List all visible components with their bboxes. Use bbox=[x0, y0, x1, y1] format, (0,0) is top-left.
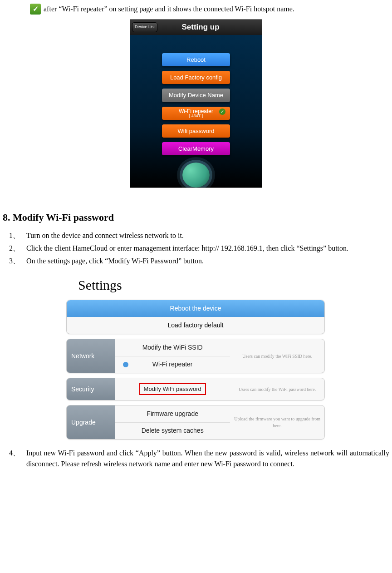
check-icon: ✓ bbox=[30, 4, 41, 15]
step-number: 4、 bbox=[9, 448, 26, 469]
dot-icon bbox=[123, 362, 128, 367]
step-text: Turn on the device and connect wireless … bbox=[26, 230, 389, 241]
reboot-button[interactable]: Reboot bbox=[162, 53, 230, 66]
wifi-repeater-sub: [ 434T ] bbox=[189, 114, 203, 118]
security-label: Security bbox=[67, 378, 115, 400]
network-group: Network Modify the WiFi SSID Wi-Fi repea… bbox=[66, 339, 325, 373]
network-hint: Users can modify the WiFi SSID here. bbox=[230, 339, 324, 373]
phone-screenshot: Device List Setting up Reboot Load Facto… bbox=[130, 19, 262, 188]
upgrade-group: Upgrade Firmware upgrade Delete system c… bbox=[66, 405, 325, 440]
security-hint: Users can modify the WiFi password here. bbox=[230, 378, 324, 400]
firmware-upgrade-button[interactable]: Firmware upgrade bbox=[115, 405, 230, 422]
step-text: Click the client HameCloud or enter mana… bbox=[26, 243, 389, 254]
phone-title: Setting up bbox=[139, 21, 262, 33]
step-2: 2、 Click the client HameCloud or enter m… bbox=[9, 243, 389, 254]
step-3: 3、 On the settings page, click “Modify W… bbox=[9, 256, 389, 267]
settings-top-group: Reboot the device Load factory default bbox=[66, 300, 325, 334]
upgrade-label: Upgrade bbox=[67, 405, 115, 439]
wifi-repeater-label: Wi-Fi repeater bbox=[179, 109, 213, 114]
steps-list: 1、 Turn on the device and connect wirele… bbox=[9, 230, 389, 267]
reboot-device-button[interactable]: Reboot the device bbox=[67, 300, 324, 317]
wifi-repeater-button[interactable]: Wi-Fi repeater [ 434T ] ✓ bbox=[162, 107, 230, 120]
wifi-repeater-label: Wi-Fi repeater bbox=[152, 360, 193, 369]
phone-titlebar: Device List Setting up bbox=[130, 20, 262, 35]
step-number: 1、 bbox=[9, 230, 26, 241]
settings-header: Settings bbox=[78, 275, 325, 295]
modify-device-name-button[interactable]: Modify Device Name bbox=[162, 89, 230, 102]
intro-line: ✓ after “Wi-Fi repeater” on setting page… bbox=[30, 4, 389, 15]
step-number: 3、 bbox=[9, 256, 26, 267]
modify-wifi-password-button[interactable]: Modify WiFi password bbox=[115, 378, 230, 400]
wifi-repeater-row[interactable]: Wi-Fi repeater bbox=[115, 356, 230, 373]
network-label: Network bbox=[67, 339, 115, 373]
delete-caches-button[interactable]: Delete system caches bbox=[115, 422, 230, 440]
step-number: 2、 bbox=[9, 243, 26, 254]
phone-body: Reboot Load Factory config Modify Device… bbox=[130, 35, 262, 188]
modify-ssid-button[interactable]: Modify the WiFi SSID bbox=[115, 339, 230, 356]
security-group: Security Modify WiFi password Users can … bbox=[66, 378, 325, 400]
settings-screenshot: Settings Reboot the device Load factory … bbox=[66, 275, 325, 440]
section-heading: 8. Modify Wi-Fi password bbox=[3, 210, 389, 225]
home-circle-icon[interactable] bbox=[182, 163, 210, 188]
load-factory-default-button[interactable]: Load factory default bbox=[67, 317, 324, 334]
step-text: Input new Wi-Fi password and click “Appl… bbox=[26, 448, 389, 469]
wifi-password-button[interactable]: Wifi password bbox=[162, 124, 230, 138]
modify-wifi-password-highlight: Modify WiFi password bbox=[139, 383, 206, 395]
step-1: 1、 Turn on the device and connect wirele… bbox=[9, 230, 389, 241]
load-factory-button[interactable]: Load Factory config bbox=[162, 71, 230, 84]
clear-memory-button[interactable]: ClearMemory bbox=[162, 142, 230, 155]
check-icon: ✓ bbox=[219, 109, 225, 115]
steps-list-continued: 4、 Input new Wi-Fi password and click “A… bbox=[9, 448, 389, 469]
upgrade-hint: Upload the firmware you want to upgrade … bbox=[230, 405, 324, 439]
step-text: On the settings page, click “Modify Wi-F… bbox=[26, 256, 389, 267]
step-4: 4、 Input new Wi-Fi password and click “A… bbox=[9, 448, 389, 469]
intro-text: after “Wi-Fi repeater” on setting page a… bbox=[44, 4, 294, 15]
